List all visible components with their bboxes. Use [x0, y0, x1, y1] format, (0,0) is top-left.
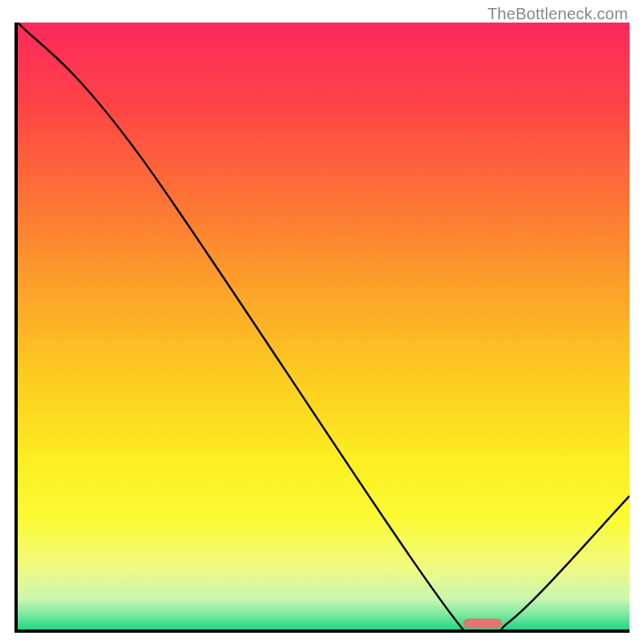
chart-svg	[18, 23, 630, 630]
watermark-label: TheBottleneck.com	[487, 5, 628, 23]
gradient-bg	[18, 23, 630, 630]
optimum-marker	[464, 618, 502, 628]
chart-area	[14, 23, 630, 633]
